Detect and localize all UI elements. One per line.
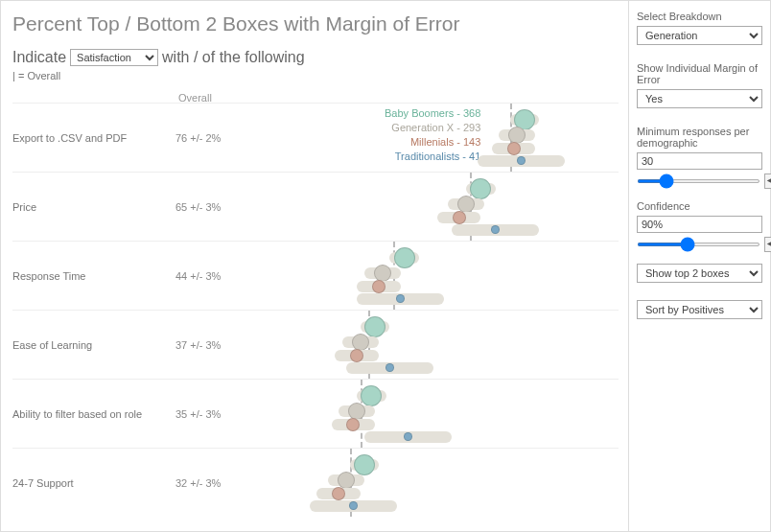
- subtitle: Indicate Satisfaction with / of the foll…: [12, 49, 619, 66]
- row-label: 24-7 Support: [12, 477, 175, 489]
- min-responses-input[interactable]: [637, 152, 762, 170]
- table-row: Price65 +/- 3%: [12, 172, 619, 241]
- table-row: 24-7 Support32 +/- 3%: [12, 448, 619, 517]
- row-overall-value: 76 +/- 2%: [175, 132, 233, 144]
- table-row: Response Time44 +/- 3%: [12, 241, 619, 310]
- data-point: [349, 501, 358, 510]
- show-top-select[interactable]: Show top 2 boxes: [637, 264, 762, 283]
- data-point: [453, 211, 466, 224]
- breakdown-select[interactable]: Generation: [637, 26, 762, 45]
- table-row: Ability to filter based on role35 +/- 3%: [12, 379, 619, 448]
- data-point: [404, 432, 412, 441]
- row-label: Response Time: [12, 270, 175, 282]
- indicate-select[interactable]: Satisfaction: [70, 49, 158, 66]
- data-point: [372, 280, 386, 293]
- row-label: Ability to filter based on role: [12, 408, 175, 420]
- breakdown-label: Select Breakdown: [637, 11, 762, 22]
- min-responses-slider[interactable]: [637, 179, 760, 183]
- confidence-slider[interactable]: [637, 243, 760, 246]
- row-plot: [233, 380, 619, 448]
- row-overall-value: 37 +/- 3%: [175, 339, 233, 351]
- data-point: [507, 142, 521, 155]
- row-plot: [233, 173, 619, 241]
- row-label: Ease of Learning: [12, 339, 175, 351]
- data-point: [386, 363, 394, 372]
- row-plot: [233, 104, 619, 172]
- row-plot: [233, 449, 619, 517]
- data-point: [517, 156, 526, 165]
- row-overall-value: 44 +/- 3%: [175, 270, 233, 282]
- sort-by-select[interactable]: Sort by Positives: [637, 300, 762, 319]
- row-label: Price: [12, 201, 175, 213]
- page-title: Percent Top / Bottom 2 Boxes with Margin…: [12, 12, 619, 35]
- data-point: [364, 316, 386, 337]
- confidence-prev-button[interactable]: ◄: [764, 237, 771, 252]
- row-overall-value: 65 +/- 3%: [175, 201, 233, 213]
- subtitle-suffix: with / of the following: [162, 49, 305, 66]
- table-row: Ease of Learning37 +/- 3%: [12, 310, 619, 379]
- row-overall-value: 32 +/- 3%: [175, 477, 233, 489]
- row-plot: [233, 311, 619, 379]
- data-point: [470, 178, 491, 199]
- table-row: Export to .CSV and PDF76 +/- 2%: [12, 103, 619, 172]
- overall-legend-note: | = Overall: [12, 70, 619, 81]
- min-responses-label: Minimum responses per demographic: [637, 126, 762, 149]
- data-point: [354, 454, 375, 475]
- data-point: [361, 385, 382, 406]
- row-overall-value: 35 +/- 3%: [175, 408, 233, 420]
- show-moe-select[interactable]: Yes: [637, 89, 762, 108]
- row-plot: [233, 242, 619, 310]
- subtitle-prefix: Indicate: [12, 49, 66, 66]
- data-point: [394, 247, 415, 268]
- row-label: Export to .CSV and PDF: [12, 132, 175, 144]
- show-moe-label: Show Individual Margin of Error: [637, 62, 762, 85]
- min-responses-prev-button[interactable]: ◄: [764, 173, 771, 189]
- confidence-input[interactable]: [637, 216, 762, 233]
- controls-sidebar: Select Breakdown Generation Show Individ…: [628, 1, 770, 531]
- confidence-label: Confidence: [637, 200, 762, 212]
